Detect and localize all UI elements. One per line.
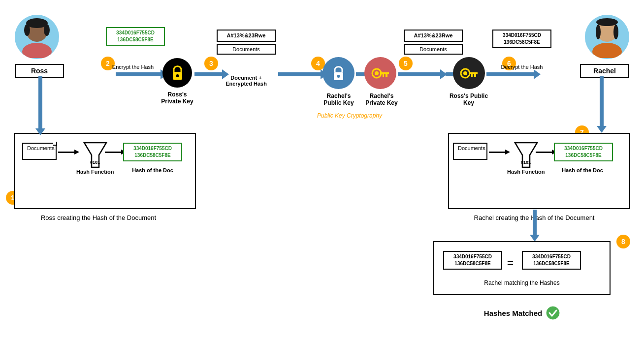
step3-circle: 3: [204, 57, 218, 70]
encrypt-label: Encrypt the Hash: [106, 64, 160, 70]
match-hash-right: 334D016F755CD 136DC58C5F8E: [522, 251, 581, 270]
diagram: Ross Rachel 1 Documents: [0, 0, 644, 339]
ross-name: Ross: [31, 67, 48, 75]
rachel-public-key-icon: [322, 57, 354, 89]
rachel-hash-fn-icon: 0101 Hash Function: [507, 140, 545, 175]
rachel-hash-of-doc-label: Hash of the Doc: [555, 167, 610, 173]
public-key-crypto-label: Public Key Cryptography: [300, 112, 399, 119]
step5-circle: 5: [399, 57, 413, 70]
svg-rect-18: [380, 72, 389, 74]
ross-avatar: [15, 15, 59, 59]
decrypted-hash-box: 334D016F755CD 136DC58C5F8E: [492, 30, 551, 48]
ross-hashfn-arrow: [105, 152, 122, 153]
decrypt-label: Decrypt the Hash: [492, 64, 551, 70]
svg-point-15: [337, 75, 340, 78]
ross-doc-label: Documents: [27, 145, 55, 151]
rachel-name: Rachel: [593, 67, 616, 75]
arrow-down-to-match: [533, 210, 537, 237]
ross-private-key-label: Ross's Private Key: [158, 91, 197, 105]
arrow-to-lock: [116, 72, 162, 76]
svg-point-5: [592, 43, 622, 58]
rachel-doc-box: Documents: [453, 143, 487, 160]
rachel-hashfn-arrow: [536, 152, 553, 153]
step8-circle: 8: [616, 235, 630, 248]
rachel-doc-label: Documents: [458, 145, 485, 151]
rachel-avatar: [585, 15, 629, 59]
rachel-matching-label: Rachel matching the Hashes: [433, 279, 611, 286]
equals-sign: =: [507, 257, 514, 270]
svg-point-28: [547, 307, 559, 319]
arrow-up-ross: [38, 76, 42, 130]
arrow-step6-right: [486, 72, 536, 76]
svg-rect-19: [386, 74, 387, 77]
step2-hash-box: 334D016F755CD 136DC58C5F8E: [106, 27, 165, 46]
ross-creating-label: Ross creating the Hash of the Document: [5, 214, 192, 221]
rachel-private-key-icon: [364, 57, 396, 89]
svg-text:0101: 0101: [90, 160, 100, 165]
doc-encrypted-hash-area: A#13%&23Rwe Documents: [217, 30, 276, 55]
rachel-doc-arrow: [489, 152, 506, 153]
svg-text:0101: 0101: [521, 160, 531, 165]
arrow-down-rachel: [600, 76, 604, 128]
rachel-hash-fn-label: Hash Function: [507, 169, 545, 175]
svg-point-0: [22, 43, 52, 58]
ross-doc-box: Documents: [22, 143, 57, 160]
step5-doc-area: A#13%&23Rwe Documents: [404, 30, 463, 55]
svg-point-3: [24, 24, 30, 36]
ross-name-box: Ross: [15, 64, 64, 78]
ross-doc-arrow: [58, 152, 75, 153]
svg-point-17: [375, 71, 379, 75]
rachel-name-box: Rachel: [580, 64, 629, 78]
svg-rect-20: [383, 74, 384, 77]
svg-rect-24: [474, 74, 476, 77]
arrow-step4: [278, 72, 322, 76]
ross-private-key-icon: [162, 58, 192, 88]
ross-hash-fn-label: Hash Function: [76, 169, 114, 175]
svg-point-13: [176, 74, 179, 77]
doc-enc-hash-label: Document + Encrypted Hash: [217, 75, 276, 87]
svg-point-9: [613, 25, 618, 39]
ross-hash-of-doc-label: Hash of the Doc: [126, 167, 180, 173]
svg-point-8: [596, 25, 601, 39]
ross-public-key-label: Ross's Public Key: [449, 92, 488, 106]
svg-point-7: [596, 18, 618, 26]
checkmark-icon: [546, 306, 560, 320]
rachel-hash-value: 334D016F755CD 136DC58C5F8E: [554, 143, 613, 161]
ross-hash-fn-icon: 0101 Hash Function: [76, 140, 114, 175]
ross-public-key-icon: [453, 57, 485, 89]
ross-hash-value: 334D016F755CD 136DC58C5F8E: [123, 143, 182, 161]
rachel-private-key-label: Rachel's Private Key: [362, 92, 401, 106]
hashes-matched-label: Hashes Matched: [468, 306, 576, 320]
svg-point-4: [44, 24, 50, 36]
match-hash-left: 334D016F755CD 136DC58C5F8E: [443, 251, 502, 270]
rachel-public-key-label: Rachel's Public Key: [319, 92, 358, 106]
svg-point-22: [463, 71, 467, 75]
svg-rect-23: [469, 72, 478, 74]
arrow-step5: [398, 72, 442, 76]
svg-rect-25: [471, 74, 473, 77]
